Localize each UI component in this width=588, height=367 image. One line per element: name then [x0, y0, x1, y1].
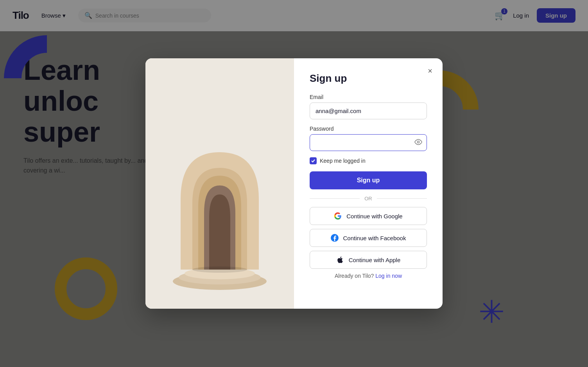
or-line-left [310, 198, 360, 199]
modal-illustration [145, 58, 294, 309]
svg-point-4 [418, 141, 419, 143]
password-input-wrap [310, 134, 427, 151]
keep-logged-label: Keep me logged in [320, 158, 366, 164]
apple-label: Continue with Apple [349, 257, 401, 263]
email-input[interactable] [310, 103, 427, 119]
facebook-label: Continue with Facebook [343, 235, 406, 241]
signup-modal: × Sign up Email Password [145, 58, 443, 309]
arch-svg [157, 113, 282, 301]
signup-button[interactable]: Sign up [310, 171, 427, 189]
google-label: Continue with Google [346, 213, 402, 219]
arch-scene [145, 58, 294, 309]
password-input[interactable] [310, 134, 427, 151]
close-button[interactable]: × [424, 65, 436, 77]
or-divider: OR [310, 196, 427, 201]
password-label: Password [310, 126, 427, 132]
checkmark-icon [311, 158, 316, 163]
google-icon [334, 212, 342, 220]
login-link[interactable]: Log in now [375, 273, 402, 279]
svg-point-3 [192, 266, 247, 273]
facebook-button[interactable]: Continue with Facebook [310, 229, 427, 247]
modal-backdrop: × Sign up Email Password [0, 0, 588, 367]
modal-form-panel: × Sign up Email Password [294, 58, 443, 309]
signin-text: Already on Tilo? [335, 273, 374, 279]
eye-icon[interactable] [414, 138, 422, 148]
google-button[interactable]: Continue with Google [310, 207, 427, 225]
apple-icon [336, 256, 344, 264]
password-group: Password [310, 126, 427, 151]
keep-logged-checkbox[interactable] [310, 157, 317, 164]
signin-prompt: Already on Tilo? Log in now [310, 273, 427, 279]
apple-button[interactable]: Continue with Apple [310, 251, 427, 269]
email-label: Email [310, 94, 427, 100]
or-line-right [377, 198, 427, 199]
email-group: Email [310, 94, 427, 119]
facebook-icon [331, 234, 339, 242]
modal-title: Sign up [310, 72, 427, 85]
keep-logged-row: Keep me logged in [310, 157, 427, 164]
or-text: OR [364, 196, 372, 201]
